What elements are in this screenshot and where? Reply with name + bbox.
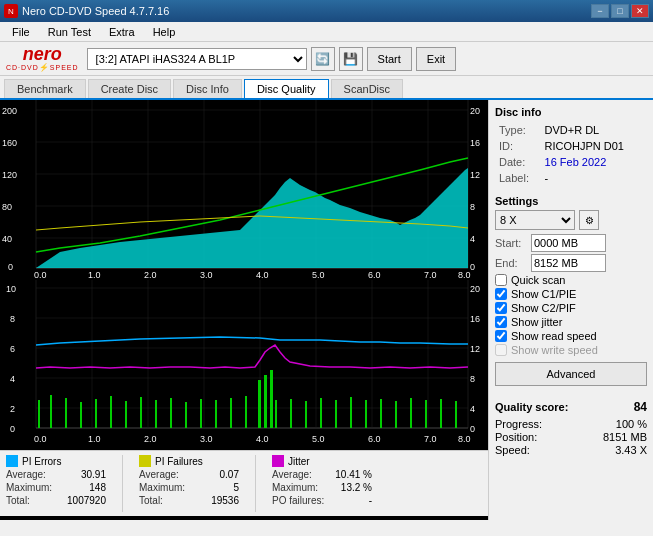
svg-text:2: 2	[10, 404, 15, 414]
pi-errors-avg-value: 30.91	[81, 469, 106, 480]
window-controls: − □ ✕	[591, 4, 649, 18]
menu-file[interactable]: File	[4, 24, 38, 40]
svg-text:2.0: 2.0	[144, 270, 157, 280]
menu-run-test[interactable]: Run Test	[40, 24, 99, 40]
save-button[interactable]: 💾	[339, 47, 363, 71]
jitter-legend-box	[272, 455, 284, 467]
svg-text:16: 16	[470, 314, 480, 324]
svg-text:8: 8	[10, 314, 15, 324]
svg-rect-59	[110, 396, 112, 428]
show-c1pie-checkbox[interactable]	[495, 288, 507, 300]
svg-text:1.0: 1.0	[88, 434, 101, 444]
pi-failures-legend-box	[139, 455, 151, 467]
jitter-max-label: Maximum:	[272, 482, 318, 493]
speed-label: Speed:	[495, 444, 530, 456]
window-title: Nero CD-DVD Speed 4.7.7.16	[22, 5, 169, 17]
svg-text:5.0: 5.0	[312, 270, 325, 280]
svg-rect-83	[440, 399, 442, 428]
disc-id-value: RICOHJPN D01	[541, 139, 645, 153]
svg-rect-70	[264, 375, 267, 428]
svg-text:16: 16	[470, 138, 480, 148]
disc-info-table: Type: DVD+R DL ID: RICOHJPN D01 Date: 16…	[495, 121, 647, 187]
svg-text:8.0: 8.0	[458, 270, 471, 280]
close-button[interactable]: ✕	[631, 4, 649, 18]
quick-scan-label: Quick scan	[511, 274, 565, 286]
disc-label-label: Label:	[497, 171, 539, 185]
menu-bar: File Run Test Extra Help	[0, 22, 653, 42]
exit-button[interactable]: Exit	[416, 47, 456, 71]
menu-extra[interactable]: Extra	[101, 24, 143, 40]
pi-failures-stats: PI Failures Average: 0.07 Maximum: 5 Tot…	[139, 455, 239, 512]
tab-disc-info[interactable]: Disc Info	[173, 79, 242, 98]
svg-text:0: 0	[470, 424, 475, 434]
svg-rect-65	[200, 399, 202, 428]
show-write-speed-label: Show write speed	[511, 344, 598, 356]
start-input[interactable]	[531, 234, 606, 252]
svg-rect-68	[245, 396, 247, 428]
pi-failures-label: PI Failures	[155, 456, 203, 467]
tab-disc-quality[interactable]: Disc Quality	[244, 79, 329, 98]
disc-type-label: Type:	[497, 123, 539, 137]
svg-rect-61	[140, 397, 142, 428]
start-range-row: Start:	[495, 234, 647, 252]
drive-select[interactable]: [3:2] ATAPI iHAS324 A BL1P	[87, 48, 307, 70]
svg-rect-60	[125, 401, 127, 428]
speed-select[interactable]: 8 X	[495, 210, 575, 230]
pi-errors-label: PI Errors	[22, 456, 61, 467]
menu-help[interactable]: Help	[145, 24, 184, 40]
svg-text:6.0: 6.0	[368, 434, 381, 444]
svg-rect-55	[50, 395, 52, 428]
svg-rect-62	[155, 400, 157, 428]
minimize-button[interactable]: −	[591, 4, 609, 18]
svg-text:20: 20	[470, 284, 480, 294]
quick-scan-checkbox[interactable]	[495, 274, 507, 286]
svg-text:0.0: 0.0	[34, 434, 47, 444]
speed-row-progress: Speed: 3.43 X	[495, 444, 647, 456]
svg-text:0: 0	[10, 424, 15, 434]
show-c2pif-checkbox[interactable]	[495, 302, 507, 314]
svg-text:160: 160	[2, 138, 17, 148]
stats-row: PI Errors Average: 30.91 Maximum: 148 To…	[0, 450, 488, 516]
settings-section: 8 X ⚙ Start: End: Quick scan Show C1/PIE	[495, 210, 647, 394]
svg-text:12: 12	[470, 170, 480, 180]
svg-rect-76	[335, 400, 337, 428]
advanced-button[interactable]: Advanced	[495, 362, 647, 386]
jitter-po-value: -	[369, 495, 372, 506]
tab-create-disc[interactable]: Create Disc	[88, 79, 171, 98]
svg-text:4: 4	[470, 404, 475, 414]
quality-score-row: Quality score: 84	[495, 400, 647, 414]
tab-benchmark[interactable]: Benchmark	[4, 79, 86, 98]
svg-rect-77	[350, 397, 352, 428]
svg-text:0: 0	[8, 262, 13, 272]
show-jitter-checkbox[interactable]	[495, 316, 507, 328]
maximize-button[interactable]: □	[611, 4, 629, 18]
pi-failures-avg-value: 0.07	[220, 469, 239, 480]
svg-text:3.0: 3.0	[200, 434, 213, 444]
pi-failures-total-value: 19536	[211, 495, 239, 506]
speed-row: 8 X ⚙	[495, 210, 647, 230]
tab-scan-disc[interactable]: ScanDisc	[331, 79, 403, 98]
svg-text:4.0: 4.0	[256, 270, 269, 280]
disc-date-label: Date:	[497, 155, 539, 169]
svg-rect-82	[425, 400, 427, 428]
end-input[interactable]	[531, 254, 606, 272]
show-c1pie-row: Show C1/PIE	[495, 288, 647, 300]
svg-text:10: 10	[6, 284, 16, 294]
show-read-speed-checkbox[interactable]	[495, 330, 507, 342]
pi-failures-max-label: Maximum:	[139, 482, 185, 493]
end-label: End:	[495, 257, 527, 269]
chart-area: 200 160 120 80 40 0 20 16 12 8 4 0 0.0 1…	[0, 100, 488, 520]
svg-text:200: 200	[2, 106, 17, 116]
speed-config-button[interactable]: ⚙	[579, 210, 599, 230]
svg-rect-58	[95, 399, 97, 428]
svg-rect-74	[305, 401, 307, 428]
title-bar: N Nero CD-DVD Speed 4.7.7.16 − □ ✕	[0, 0, 653, 22]
nero-logo: nero CD·DVD⚡SPEED	[6, 45, 79, 72]
show-c2pif-row: Show C2/PIF	[495, 302, 647, 314]
refresh-button[interactable]: 🔄	[311, 47, 335, 71]
pi-errors-max-value: 148	[89, 482, 106, 493]
svg-rect-69	[258, 380, 261, 428]
svg-text:2.0: 2.0	[144, 434, 157, 444]
pi-errors-total-label: Total:	[6, 495, 30, 506]
start-button[interactable]: Start	[367, 47, 412, 71]
